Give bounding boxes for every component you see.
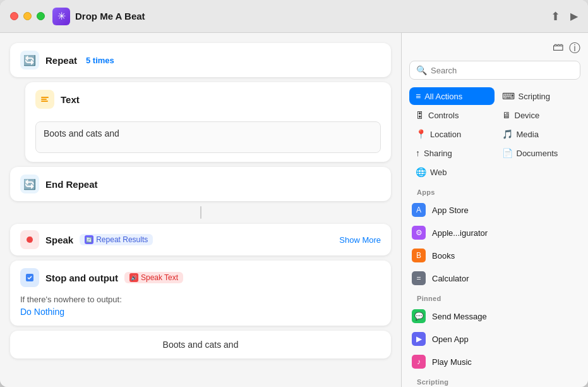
panel-topbar: 🗃 ⓘ [402,33,588,61]
app-store-icon: A [412,203,426,217]
speak-text-icon: 🔊 [129,273,138,282]
action-apple-igurator[interactable]: ⚙ Apple...igurator [407,221,583,244]
app-store-label: App Store [432,206,469,215]
search-input[interactable] [431,66,573,75]
category-grid: ≡ All Actions ⌨ Scripting 🎛 Controls 🖥 D… [402,85,588,183]
web-label: Web [430,168,447,177]
action-books[interactable]: B Books [407,244,583,267]
stop-badge[interactable]: 🔊 Speak Text [124,272,183,283]
end-repeat-icon: 🔄 [20,175,39,194]
main-content: 🔄 Repeat 5 times Text [0,33,588,387]
titlebar-actions: ⬆ ▶ [551,9,578,23]
repeat-block: 🔄 Repeat 5 times [10,43,391,77]
show-more-button[interactable]: Show More [339,235,381,245]
sharing-label: Sharing [424,149,452,158]
output-block: Boots and cats and [10,331,391,359]
stop-content: If there's nowhere to output: Do Nothing [10,292,391,326]
location-label: Location [430,130,461,139]
play-music-icon: ♪ [412,355,426,369]
send-message-label: Send Message [432,312,487,321]
minimize-button[interactable] [23,12,32,20]
fullscreen-button[interactable] [37,12,45,20]
books-icon: B [412,249,426,262]
device-label: Device [515,111,540,120]
category-web[interactable]: 🌐 Web [409,163,495,181]
open-app-icon: ▶ [412,332,426,346]
traffic-lights [10,12,45,20]
documents-label: Documents [517,149,558,158]
apple-igurator-icon: ⚙ [412,226,426,240]
text-header: Text [25,82,391,116]
scripting-section-label: Scripting [407,373,583,387]
category-scripting[interactable]: ⌨ Scripting [496,87,581,105]
stop-icon [20,268,39,287]
open-app-label: Open App [432,335,469,344]
category-documents[interactable]: 📄 Documents [496,144,581,162]
stop-block: Stop and output 🔊 Speak Text If there's … [10,261,391,326]
media-icon: 🎵 [502,129,513,139]
svg-rect-1 [41,99,47,100]
main-window: ✳︎ Drop Me A Beat ⬆ ▶ 🔄 Repeat 5 times [0,0,588,387]
stop-header: Stop and output 🔊 Speak Text [10,261,391,292]
apple-igurator-label: Apple...igurator [432,228,488,238]
category-all-actions[interactable]: ≡ All Actions [409,87,495,105]
workflow-panel: 🔄 Repeat 5 times Text [0,33,401,387]
scripting-label: Scripting [519,92,551,101]
share-button[interactable]: ⬆ [551,9,560,23]
stop-title: Stop and output [45,273,118,283]
action-calculator[interactable]: = Calculator [407,267,583,290]
repeat-title: Repeat [45,55,77,66]
all-actions-icon: ≡ [416,91,421,101]
app-icon: ✳︎ [52,8,70,25]
controls-label: Controls [428,111,459,120]
pinned-section-label: Pinned [407,290,583,305]
repeat-results-icon: 🔄 [85,235,93,244]
action-send-message[interactable]: 💬 Send Message [407,305,583,328]
window-title: Drop Me A Beat [75,11,145,22]
text-block: Text Boots and cats and [25,82,391,162]
scripting-icon: ⌨ [502,91,515,101]
svg-rect-2 [41,101,48,102]
titlebar: ✳︎ Drop Me A Beat ⬆ ▶ [0,0,588,33]
action-play-music[interactable]: ♪ Play Music [407,350,583,373]
svg-rect-0 [41,97,49,98]
play-music-label: Play Music [432,357,472,367]
controls-icon: 🎛 [416,110,424,120]
speak-badge-label: Repeat Results [96,235,148,244]
play-button[interactable]: ▶ [570,10,578,22]
category-location[interactable]: 📍 Location [409,125,495,143]
end-repeat-block: 🔄 End Repeat [10,167,391,201]
category-controls[interactable]: 🎛 Controls [409,106,495,124]
category-sharing[interactable]: ↑ Sharing [409,144,495,162]
category-device[interactable]: 🖥 Device [496,106,581,124]
sharing-icon: ↑ [416,148,420,158]
calculator-label: Calculator [432,274,469,283]
end-repeat-header: 🔄 End Repeat [10,167,391,201]
text-input[interactable]: Boots and cats and [35,121,381,153]
action-app-store[interactable]: A App Store [407,199,583,221]
repeat-badge[interactable]: 5 times [86,56,114,65]
category-media[interactable]: 🎵 Media [496,125,581,143]
speak-badge[interactable]: 🔄 Repeat Results [80,234,153,245]
text-icon [35,90,54,109]
search-icon: 🔍 [416,65,427,75]
close-button[interactable] [10,12,18,20]
books-label: Books [432,251,455,261]
stop-badge-label: Speak Text [141,273,178,282]
output-text: Boots and cats and [163,340,239,350]
actions-list: Apps A App Store ⚙ Apple...igurator B Bo… [402,183,588,387]
panel-info-button[interactable]: ⓘ [569,40,580,56]
media-label: Media [517,130,539,139]
action-open-app[interactable]: ▶ Open App [407,328,583,350]
web-icon: 🌐 [416,167,426,177]
repeat-header: 🔄 Repeat 5 times [10,43,391,77]
speak-block: Speak 🔄 Repeat Results Show More [10,224,391,255]
speak-title: Speak [45,235,73,245]
repeat-icon: 🔄 [20,51,39,70]
documents-icon: 📄 [502,148,513,158]
panel-add-button[interactable]: 🗃 [553,40,564,56]
all-actions-label: All Actions [424,92,462,101]
device-icon: 🖥 [502,110,511,120]
do-nothing-button[interactable]: Do Nothing [20,307,381,317]
send-message-icon: 💬 [412,309,426,323]
